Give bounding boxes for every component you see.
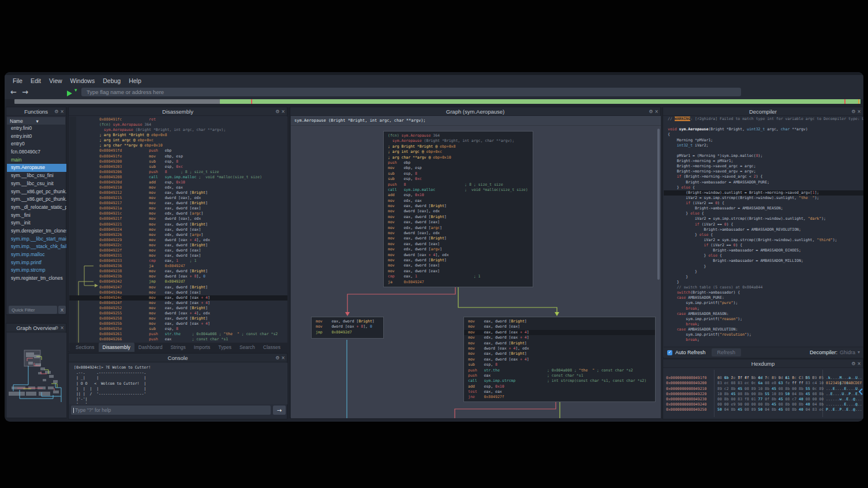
function-item[interactable]: sym._fini — [7, 212, 66, 220]
code-line[interactable]: } else { — [664, 232, 863, 238]
function-item[interactable]: sym.Aeropause — [7, 164, 66, 172]
code-line[interactable]: iVar2 = sym.imp.strcmp((Bright->window).… — [664, 238, 863, 243]
code-line[interactable]: mov edx, dword [argv] — [384, 247, 533, 252]
code-line[interactable]: 0x0804924f mov edx, dword [eax + 4] — [69, 301, 287, 306]
code-line[interactable]: Bright->ambassador = AMBASSADOR_ECHOES; — [664, 248, 863, 253]
code-line[interactable] — [664, 122, 863, 127]
menu-item-file[interactable]: File — [13, 77, 23, 84]
code-line[interactable]: 0x08049208 call sym.imp.malloc ; void *m… — [69, 175, 287, 180]
code-line[interactable]: 0x08049203 sub esp, 0xc — [69, 164, 287, 170]
code-line[interactable]: iVar2 = sym.imp.strcmp((Bright->window).… — [664, 216, 863, 222]
graph-vertical-scrollbar[interactable] — [657, 129, 660, 280]
hexdump-row[interactable]: 0x000000000804921089 c2 8b 45 08 89 10 8… — [664, 386, 863, 392]
code-line[interactable]: 0x0804922f mov eax, dword [eax] — [69, 248, 287, 253]
code-line[interactable]: mov eax, dword [eax] — [384, 220, 533, 225]
code-line[interactable]: case AMBASSADOR_REASON: — [664, 311, 863, 317]
graph-block-entry[interactable]: (fcn) sym.Aeropause 364 sym.Aeropause (B… — [383, 131, 533, 287]
disassembly-view[interactable]: 0x080491fc ret(fcn) sym.Aeropause 364 sy… — [69, 117, 287, 343]
menu-item-edit[interactable]: Edit — [31, 77, 41, 84]
function-item[interactable]: sym._init — [7, 219, 66, 227]
tab-sections[interactable]: Sections — [72, 343, 99, 352]
code-line[interactable]: 0x08049224 mov eax, dword [eax] — [69, 227, 287, 232]
function-item[interactable]: entry.fini0 — [7, 125, 66, 133]
hexdump-row[interactable]: 0x000000000804923000 8b 00 83 f8 01 77 0… — [664, 397, 863, 402]
code-line[interactable]: int32_t iVar2; — [664, 143, 863, 148]
code-line[interactable]: 0x08049229 mov dword [eax + 4], edx — [69, 238, 287, 243]
code-line[interactable]: ; arg Bright *Bright @ ebp+0x8 — [69, 133, 287, 138]
function-item[interactable]: sym.__x86.get_pc_thunk.bx — [7, 196, 66, 204]
hexdump-row[interactable]: 0x000000000804922010 8b 45 08 8b 00 8b 5… — [664, 392, 863, 397]
code-line[interactable]: Bright->ambassador = AMBASSADOR_REASON; — [664, 206, 863, 211]
function-item[interactable]: sym.register_tm_clones — [7, 275, 66, 283]
code-line[interactable]: break; — [664, 306, 863, 311]
filter-clear-button[interactable]: X — [58, 306, 66, 314]
code-line[interactable]: void sym.Aeropause(Bright *Bright, uint3… — [664, 127, 863, 132]
code-line[interactable]: mov eax, dword [Bright] — [384, 236, 533, 241]
code-line[interactable]: push 8 ; 8 ; size_t size — [384, 182, 533, 187]
gear-icon[interactable]: ⚙ — [275, 110, 279, 114]
code-line[interactable]: iVar2 = sym.imp.strcmp((Bright->window).… — [664, 196, 863, 201]
gear-icon[interactable]: ⚙ — [54, 110, 58, 114]
code-line[interactable]: // WARNING: [r2ghidra] Failed to match t… — [664, 117, 863, 122]
code-line[interactable]: mov eax, dword [eax + 4] — [464, 357, 655, 362]
code-line[interactable]: // switch table (5 cases) at 0x804a044 — [664, 285, 863, 290]
code-line[interactable]: case AMBASSADOR_REVOLUTION: — [664, 327, 863, 332]
code-line[interactable]: sub esp, 8 — [464, 362, 655, 367]
code-line[interactable]: 0x08049236 ja 0x8049247 — [69, 264, 287, 269]
code-line[interactable]: } else { — [664, 211, 863, 216]
menu-item-windows[interactable]: Windows — [70, 77, 95, 84]
function-item[interactable]: sym.imp.__stack_chk_fail — [7, 243, 66, 251]
hexdump-row[interactable]: 0x00000000080491f0e8 6b fe ff ff 8b 4d f… — [664, 376, 863, 381]
code-line[interactable]: 0x08049233 cmp eax, 1 ; 1 — [69, 258, 287, 264]
auto-refresh-checkbox[interactable]: ✓ — [667, 350, 672, 355]
code-line[interactable]: Bright->morning->saved_argv = argv; — [664, 169, 863, 174]
code-line[interactable]: call sym.imp.malloc ; void *malloc(size_… — [384, 187, 533, 193]
play-dropdown-chevron-icon[interactable]: ▾ — [74, 87, 77, 93]
close-icon[interactable]: × — [857, 110, 861, 114]
code-line[interactable]: mov dword [eax], edx — [384, 231, 533, 236]
code-line[interactable]: mov eax, dword [Bright] — [312, 319, 383, 324]
menu-item-debug[interactable]: Debug — [103, 77, 121, 84]
code-line[interactable]: switch(Bright->ambassador) { — [664, 290, 863, 295]
close-icon[interactable]: × — [60, 110, 64, 114]
code-line[interactable]: Bright->ambassador = AMBASSADOR_REVOLUTI… — [664, 227, 863, 232]
decompiler-selector-value[interactable]: Ghidra — [840, 350, 855, 355]
hexdump-row[interactable]: 0x000000000804920083 ec 08 83 ec 0c 6a 0… — [664, 381, 863, 386]
console-send-button[interactable]: → — [273, 406, 286, 415]
functions-name-column-header[interactable]: Name ▾ — [7, 117, 65, 125]
code-line[interactable]: add esp, 0x10 — [464, 384, 655, 389]
code-line[interactable]: 0x08049200 sub esp, 8 — [69, 159, 287, 164]
code-line[interactable]: 0x0804922c mov eax, dword [Bright] — [69, 243, 287, 248]
code-line[interactable]: 0x080491fd push ebp — [69, 148, 287, 153]
code-line[interactable]: if (iVar2 == 0) { — [664, 243, 863, 248]
gear-icon[interactable]: ⚙ — [54, 326, 58, 331]
code-line[interactable]: mov eax, dword [Bright] — [464, 341, 655, 346]
code-line[interactable]: (Bright->window).sunlight = Bright->morn… — [664, 190, 863, 196]
tab-search[interactable]: Search — [235, 343, 259, 352]
code-line[interactable]: 0x080491fc ret — [69, 117, 287, 122]
code-line[interactable]: sub esp, 0xc — [384, 177, 533, 182]
code-line[interactable]: if (iVar2 == 0) { — [664, 222, 863, 227]
code-line[interactable]: ; arg int argc @ ebp+0xc — [69, 138, 287, 143]
code-line[interactable]: 0x0804921c mov edx, dword [argc] — [69, 211, 287, 216]
code-line[interactable]: } else { — [664, 185, 863, 190]
code-line[interactable]: ja 0x8049247 — [384, 280, 533, 285]
code-line[interactable]: { — [664, 132, 863, 137]
code-line[interactable]: Bright->morning = pMVar1; — [664, 159, 863, 164]
function-item[interactable]: main — [7, 156, 66, 164]
code-line[interactable]: call sym.imp.strcmp ; int strcmp(const c… — [464, 378, 655, 384]
function-item[interactable]: fcn.080490c7 — [7, 148, 66, 156]
close-icon[interactable]: × — [281, 110, 285, 114]
graph-block-false-branch[interactable]: mov eax, dword [Bright]mov dword [eax + … — [311, 317, 384, 339]
gear-icon[interactable]: ⚙ — [851, 362, 855, 366]
code-line[interactable]: 0x08049221 mov eax, dword [Bright] — [69, 222, 287, 227]
function-item[interactable]: sym.imp.__libc_start_main — [7, 235, 66, 243]
menu-item-help[interactable]: Help — [129, 77, 141, 84]
code-line[interactable]: 0x08049238 mov eax, dword [Bright] — [69, 269, 287, 274]
refresh-button[interactable]: Refresh — [712, 348, 742, 356]
tab-disassembly[interactable]: Disassembly — [99, 343, 134, 352]
code-line[interactable]: sym.imp.printf("reason"); — [664, 317, 863, 322]
code-line[interactable]: } — [664, 269, 863, 275]
console-input[interactable]: Type "?" for help — [71, 406, 271, 415]
tab-strings[interactable]: Strings — [166, 343, 189, 352]
